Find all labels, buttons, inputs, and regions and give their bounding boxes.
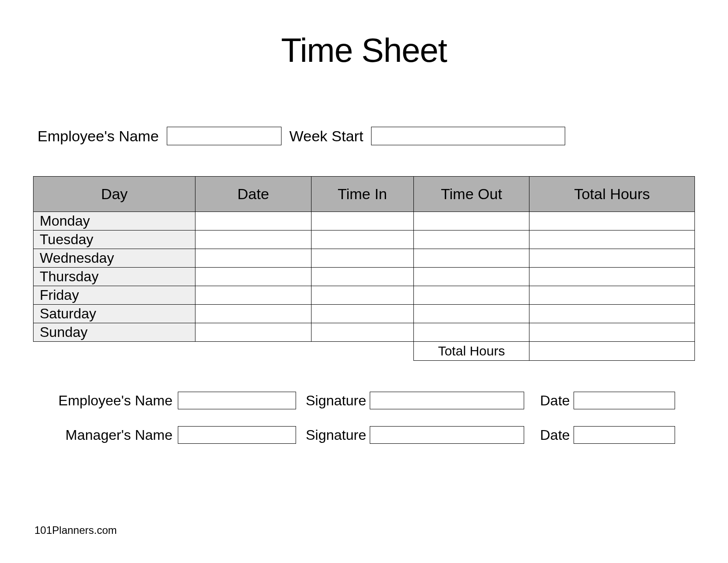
page-title: Time Sheet bbox=[33, 31, 695, 69]
date-cell[interactable] bbox=[195, 268, 311, 286]
manager-sig-name-input[interactable] bbox=[178, 426, 296, 444]
time-out-cell[interactable] bbox=[413, 286, 529, 305]
footer-attribution: 101Planners.com bbox=[34, 524, 117, 537]
table-row: Thursday bbox=[34, 268, 695, 286]
day-cell: Sunday bbox=[34, 323, 195, 342]
total-cell[interactable] bbox=[529, 268, 695, 286]
manager-sig-date-input[interactable] bbox=[574, 426, 675, 444]
week-start-label: Week Start bbox=[289, 128, 364, 145]
date-cell[interactable] bbox=[195, 212, 311, 230]
total-hours-label: Total Hours bbox=[413, 342, 529, 361]
table-row: Saturday bbox=[34, 305, 695, 323]
employee-sig-date-label: Date bbox=[528, 393, 570, 409]
time-out-cell[interactable] bbox=[413, 212, 529, 230]
employee-name-label: Employee's Name bbox=[38, 128, 159, 145]
date-cell[interactable] bbox=[195, 305, 311, 323]
time-out-cell[interactable] bbox=[413, 323, 529, 342]
day-cell: Saturday bbox=[34, 305, 195, 323]
manager-signature-row: Manager's Name Signature Date bbox=[46, 426, 695, 444]
date-cell[interactable] bbox=[195, 230, 311, 249]
employee-sig-name-label: Employee's Name bbox=[46, 393, 174, 409]
employee-signature-row: Employee's Name Signature Date bbox=[46, 392, 695, 409]
employee-sig-input[interactable] bbox=[370, 392, 524, 409]
th-total-hours: Total Hours bbox=[529, 177, 695, 212]
week-start-input[interactable] bbox=[371, 127, 565, 145]
total-cell[interactable] bbox=[529, 230, 695, 249]
header-fields: Employee's Name Week Start bbox=[33, 127, 695, 145]
total-hours-value[interactable] bbox=[529, 342, 695, 361]
time-in-cell[interactable] bbox=[311, 249, 413, 268]
time-out-cell[interactable] bbox=[413, 268, 529, 286]
day-cell: Wednesday bbox=[34, 249, 195, 268]
total-row: Total Hours bbox=[34, 342, 695, 361]
time-in-cell[interactable] bbox=[311, 212, 413, 230]
table-row: Wednesday bbox=[34, 249, 695, 268]
manager-sig-label: Signature bbox=[300, 427, 366, 443]
th-day: Day bbox=[34, 177, 195, 212]
table-row: Monday bbox=[34, 212, 695, 230]
employee-sig-name-input[interactable] bbox=[178, 392, 296, 409]
date-cell[interactable] bbox=[195, 286, 311, 305]
table-row: Tuesday bbox=[34, 230, 695, 249]
day-cell: Tuesday bbox=[34, 230, 195, 249]
day-cell: Thursday bbox=[34, 268, 195, 286]
day-cell: Friday bbox=[34, 286, 195, 305]
total-cell[interactable] bbox=[529, 305, 695, 323]
day-cell: Monday bbox=[34, 212, 195, 230]
employee-sig-date-input[interactable] bbox=[574, 392, 675, 409]
time-out-cell[interactable] bbox=[413, 305, 529, 323]
employee-name-input[interactable] bbox=[167, 127, 281, 145]
time-in-cell[interactable] bbox=[311, 268, 413, 286]
th-time-out: Time Out bbox=[413, 177, 529, 212]
time-in-cell[interactable] bbox=[311, 286, 413, 305]
time-in-cell[interactable] bbox=[311, 323, 413, 342]
time-in-cell[interactable] bbox=[311, 305, 413, 323]
manager-sig-input[interactable] bbox=[370, 426, 524, 444]
date-cell[interactable] bbox=[195, 249, 311, 268]
th-date: Date bbox=[195, 177, 311, 212]
date-cell[interactable] bbox=[195, 323, 311, 342]
total-cell[interactable] bbox=[529, 212, 695, 230]
total-cell[interactable] bbox=[529, 249, 695, 268]
manager-sig-name-label: Manager's Name bbox=[46, 427, 174, 443]
total-cell[interactable] bbox=[529, 323, 695, 342]
table-row: Friday bbox=[34, 286, 695, 305]
time-in-cell[interactable] bbox=[311, 230, 413, 249]
signature-block: Employee's Name Signature Date Manager's… bbox=[33, 392, 695, 444]
th-time-in: Time In bbox=[311, 177, 413, 212]
time-out-cell[interactable] bbox=[413, 249, 529, 268]
manager-sig-date-label: Date bbox=[528, 427, 570, 443]
total-cell[interactable] bbox=[529, 286, 695, 305]
time-out-cell[interactable] bbox=[413, 230, 529, 249]
table-row: Sunday bbox=[34, 323, 695, 342]
timesheet-table: Day Date Time In Time Out Total Hours Mo… bbox=[33, 176, 695, 361]
employee-sig-label: Signature bbox=[300, 393, 366, 409]
